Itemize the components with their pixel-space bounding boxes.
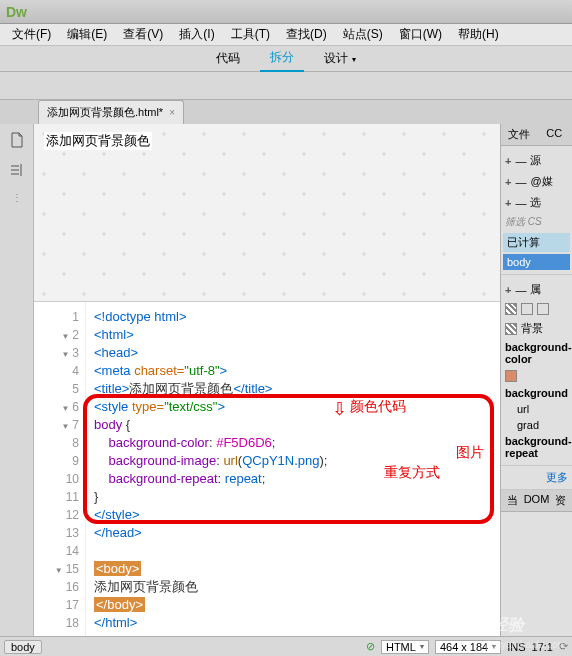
menu-view[interactable]: 查看(V) [115, 24, 171, 45]
more-link[interactable]: 更多 [546, 471, 568, 483]
code-line[interactable]: <!doctype html> [94, 308, 500, 326]
code-line[interactable]: 添加网页背景颜色 [94, 578, 500, 596]
plus-icon: + [505, 176, 511, 188]
panel-row-source[interactable]: +—源 [503, 150, 570, 171]
prop-bgrepeat[interactable]: background-repeat [503, 433, 570, 461]
bottom-panel-tabs: 当 DOM 资 [501, 490, 572, 512]
code-line[interactable]: <head> [94, 344, 500, 362]
view-code[interactable]: 代码 [206, 46, 250, 71]
view-split[interactable]: 拆分 [260, 45, 304, 72]
toolbar [0, 72, 572, 100]
menu-tools[interactable]: 工具(T) [223, 24, 278, 45]
filter-label: 筛选 CS [503, 213, 570, 231]
plus-icon: + [505, 197, 511, 209]
code-line[interactable]: <style type="text/css"> [94, 398, 500, 416]
code-line[interactable]: </html> [94, 614, 500, 632]
menubar: 文件(F) 编辑(E) 查看(V) 插入(I) 工具(T) 查找(D) 站点(S… [0, 24, 572, 46]
sb-lang-select[interactable]: HTML [381, 640, 429, 654]
close-icon[interactable]: × [169, 107, 175, 118]
code-line[interactable]: </body> [94, 596, 500, 614]
menu-edit[interactable]: 编辑(E) [59, 24, 115, 45]
swatch-empty-icon[interactable] [537, 303, 549, 315]
tab-label: 添加网页背景颜色.html* [47, 105, 163, 120]
code-line[interactable]: <title>添加网页背景颜色</title> [94, 380, 500, 398]
app-logo: Dw [6, 4, 27, 20]
btab-assets[interactable]: 资 [549, 490, 572, 511]
preview-text: 添加网页背景颜色 [44, 132, 152, 150]
code-line[interactable]: background-color: #F5D6D6; [94, 434, 500, 452]
menu-site[interactable]: 站点(S) [335, 24, 391, 45]
menu-insert[interactable]: 插入(I) [171, 24, 222, 45]
props-header: +—属 [503, 279, 570, 300]
menu-help[interactable]: 帮助(H) [450, 24, 507, 45]
prop-grad[interactable]: grad [503, 417, 570, 433]
prop-bg[interactable]: background [503, 385, 570, 401]
sb-dims-select[interactable]: 464 x 184 [435, 640, 501, 654]
plus-icon: + [505, 155, 511, 167]
color-swatch-icon[interactable] [505, 370, 517, 382]
line-gutter: 123456789101112131415161718 [34, 302, 86, 636]
code-line[interactable]: } [94, 488, 500, 506]
btab-current[interactable]: 当 [501, 490, 524, 511]
left-tool-rail: ⋮ [0, 124, 34, 636]
prop-bgcolor[interactable]: background-color [503, 339, 570, 367]
body-selector[interactable]: body [503, 254, 570, 270]
code-line[interactable]: <meta charset="utf-8"> [94, 362, 500, 380]
code-view[interactable]: 123456789101112131415161718 ⇩ 颜色代码 图片 重复… [34, 302, 500, 636]
tab-files[interactable]: 文件 [501, 124, 537, 145]
sb-element-tag[interactable]: body [4, 640, 42, 654]
panel-row-select[interactable]: +—选 [503, 192, 570, 213]
tab-cc[interactable]: CC [537, 124, 573, 145]
statusbar: body ⊘ HTML 464 x 184 INS 17:1 ⟳ [0, 636, 572, 656]
sb-ins[interactable]: INS [507, 641, 525, 653]
viewbar: 代码 拆分 设计 [0, 46, 572, 72]
bg-row[interactable]: 背景 [503, 318, 570, 339]
swatch-hatch-icon[interactable] [505, 303, 517, 315]
code-line[interactable]: </style> [94, 506, 500, 524]
settings-icon[interactable] [9, 162, 25, 178]
code-line[interactable]: </head> [94, 524, 500, 542]
code-line[interactable]: <body> [94, 560, 500, 578]
code-lines[interactable]: ⇩ 颜色代码 图片 重复方式 <!doctype html><html><hea… [86, 302, 500, 636]
computed-label[interactable]: 已计算 [503, 233, 570, 252]
code-line[interactable]: background-repeat: repeat; [94, 470, 500, 488]
file-tab[interactable]: 添加网页背景颜色.html* × [38, 100, 184, 124]
panel-tabs: 文件 CC [501, 124, 572, 146]
code-line[interactable]: body { [94, 416, 500, 434]
sync-icon[interactable]: ⟳ [559, 640, 568, 653]
swatch-empty-icon[interactable] [521, 303, 533, 315]
code-line[interactable] [94, 542, 500, 560]
panel-row-media[interactable]: +—@媒 [503, 171, 570, 192]
btab-dom[interactable]: DOM [524, 490, 550, 511]
live-preview[interactable]: 添加网页背景颜色 [34, 124, 500, 302]
menu-find[interactable]: 查找(D) [278, 24, 335, 45]
menu-window[interactable]: 窗口(W) [391, 24, 450, 45]
rail-dots[interactable]: ⋮ [12, 192, 22, 203]
titlebar: Dw [0, 0, 572, 24]
menu-file[interactable]: 文件(F) [4, 24, 59, 45]
file-icon[interactable] [9, 132, 25, 148]
swatch-row [503, 300, 570, 318]
sb-cursor-pos: 17:1 [532, 641, 553, 653]
check-icon[interactable]: ⊘ [366, 640, 375, 653]
right-panel: 文件 CC +—源 +—@媒 +—选 筛选 CS 已计算 body +—属 背景… [500, 124, 572, 636]
editor-area: 添加网页背景颜色 123456789101112131415161718 ⇩ 颜… [34, 124, 500, 636]
preview-background [34, 124, 500, 301]
code-line[interactable]: <html> [94, 326, 500, 344]
tab-area: 添加网页背景颜色.html* × [0, 100, 572, 124]
swatch-icon [505, 323, 517, 335]
prop-url[interactable]: url [503, 401, 570, 417]
view-design[interactable]: 设计 [314, 46, 366, 71]
code-line[interactable]: background-image: url(QCpY1N.png); [94, 452, 500, 470]
